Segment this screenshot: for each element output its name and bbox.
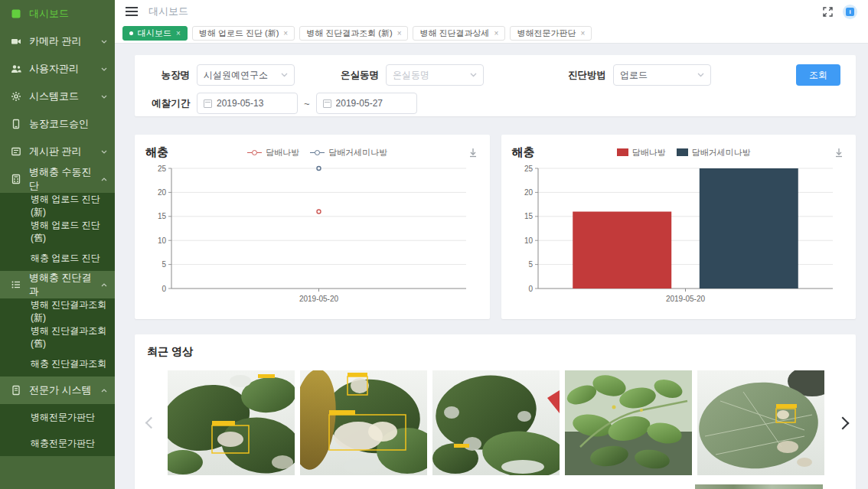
sidebar-item-dashboard[interactable]: 대시보드 — [0, 0, 115, 28]
board-icon — [11, 146, 21, 157]
sidebar-subitem-disease-results-new[interactable]: 병해 진단결과조회 (新) — [0, 298, 115, 324]
svg-text:20: 20 — [158, 188, 167, 197]
active-dot-icon — [129, 31, 133, 35]
tab-diagnosis-detail[interactable]: 병해 진단결과상세 × — [413, 26, 505, 41]
sidebar-item-manual-diagnosis[interactable]: 병해충 수동진단 — [0, 165, 115, 193]
recent-image-5[interactable] — [697, 370, 824, 475]
image-carousel — [147, 370, 844, 475]
method-select[interactable]: 업로드 — [613, 64, 711, 86]
line-marker-icon — [310, 149, 325, 156]
chevron-down-icon — [470, 73, 477, 77]
chart-legend: 담배나방 담배거세미나방 — [168, 147, 467, 158]
menu-toggle-icon[interactable] — [126, 7, 138, 16]
tab-disease-expert[interactable]: 병해전문가판단 × — [510, 26, 592, 41]
tab-close-icon[interactable]: × — [176, 29, 181, 37]
camera-icon — [11, 36, 21, 47]
chevron-down-icon — [697, 73, 704, 77]
tab-disease-upload-new[interactable]: 병해 업로드 진단 (新) × — [192, 26, 295, 41]
file-icon — [11, 385, 21, 396]
list-icon — [11, 279, 21, 290]
period-to-input[interactable] — [336, 98, 410, 109]
calendar-icon — [204, 99, 212, 108]
svg-text:25: 25 — [158, 165, 167, 173]
range-separator: ~ — [304, 98, 310, 109]
fullscreen-icon[interactable] — [822, 6, 834, 18]
tab-bar: 대시보드 × 병해 업로드 진단 (新) × 병해 진단결과조회 (新) × 병… — [115, 23, 868, 44]
rect-marker-icon — [617, 148, 628, 156]
tab-close-icon[interactable]: × — [580, 29, 585, 37]
recent-images-panel: 최근 영상 — [135, 334, 856, 489]
sidebar-subitem-pest-upload[interactable]: 해충 업로드 진단 — [0, 245, 115, 271]
period-from-field[interactable] — [197, 93, 298, 114]
tab-dashboard[interactable]: 대시보드 × — [122, 26, 188, 41]
tab-close-icon[interactable]: × — [494, 29, 499, 37]
rect-marker-icon — [677, 148, 688, 156]
search-button[interactable]: 조회 — [796, 64, 840, 86]
svg-text:10: 10 — [524, 236, 533, 245]
method-label: 진단방법 — [566, 69, 606, 82]
legend-item: 담배나방 — [617, 147, 666, 158]
info-badge[interactable]: i — [843, 5, 857, 19]
topbar: 대시보드 i — [115, 0, 868, 23]
chevron-down-icon — [101, 67, 107, 71]
tab-close-icon[interactable]: × — [283, 29, 288, 37]
sidebar-item-users[interactable]: 사용자관리 — [0, 55, 115, 83]
info-icon: i — [846, 8, 854, 16]
chevron-left-icon — [145, 417, 158, 429]
filter-panel: 농장명 시설원예연구소 온실동명 온실동명 진단방법 업로드 조회 예찰기 — [135, 55, 856, 116]
period-to-field[interactable] — [316, 93, 417, 114]
carousel-next-button[interactable] — [838, 370, 847, 475]
sidebar-subitem-pest-expert[interactable]: 해충전문가판단 — [0, 430, 115, 456]
farm-name-select[interactable]: 시설원예연구소 — [197, 64, 295, 86]
svg-text:2019-05-20: 2019-05-20 — [299, 295, 339, 303]
period-from-input[interactable] — [217, 98, 291, 109]
sidebar-subitem-disease-results-old[interactable]: 병해 진단결과조회 (舊) — [0, 324, 115, 350]
recent-image-1[interactable] — [168, 370, 295, 475]
svg-text:5: 5 — [162, 260, 166, 269]
dashboard-icon — [11, 8, 21, 19]
download-icon[interactable] — [467, 146, 479, 158]
tab-disease-results-new[interactable]: 병해 진단결과조회 (新) × — [299, 26, 408, 41]
legend-item: 담배거세미나방 — [310, 147, 387, 158]
download-icon[interactable] — [833, 146, 845, 158]
sidebar-subitem-pest-results[interactable]: 해충 진단결과조회 — [0, 350, 115, 377]
greenhouse-select[interactable]: 온실동명 — [386, 64, 484, 86]
svg-text:5: 5 — [528, 260, 533, 269]
chart-title: 해충 — [512, 145, 535, 160]
sidebar-subitem-disease-upload-new[interactable]: 병해 업로드 진단 (新) — [0, 193, 115, 219]
pest-scatter-chart: 05101520252019-05-20 — [145, 161, 477, 310]
users-icon — [11, 64, 21, 74]
chevron-up-icon — [101, 389, 107, 393]
svg-text:25: 25 — [524, 165, 533, 173]
pest-bar-chart-card: 해충 담배나방 담배거세미나방 05101520252019-05-20 — [501, 135, 857, 319]
pest-bar-chart: 05101520252019-05-20 — [512, 161, 844, 310]
svg-text:0: 0 — [162, 285, 166, 293]
svg-text:10: 10 — [158, 236, 167, 245]
sidebar-item-camera[interactable]: 카메라 관리 — [0, 28, 115, 55]
recent-image-2[interactable] — [300, 370, 427, 475]
chevron-right-icon — [837, 416, 850, 429]
line-marker-icon — [247, 149, 262, 156]
sidebar-subitem-disease-expert[interactable]: 병해전문가판단 — [0, 404, 115, 430]
tab-close-icon[interactable]: × — [397, 29, 402, 37]
svg-text:2019-05-20: 2019-05-20 — [665, 295, 705, 303]
farm-name-label: 농장명 — [150, 69, 190, 82]
chevron-down-icon — [101, 95, 107, 99]
sidebar-item-system-code[interactable]: 시스템코드 — [0, 83, 115, 110]
greenhouse-label: 온실동명 — [339, 69, 379, 82]
sidebar-item-board-management[interactable]: 게시판 관리 — [0, 138, 115, 165]
chart-title: 해충 — [145, 145, 168, 160]
sidebar-item-expert-system[interactable]: 전문가 시스템 — [0, 377, 115, 404]
carousel-prev-button[interactable] — [147, 370, 155, 475]
chevron-down-icon — [281, 73, 288, 77]
period-label: 예찰기간 — [150, 97, 190, 110]
sidebar-item-diagnosis-results[interactable]: 병해충 진단결과 — [0, 271, 115, 298]
recent-image-4[interactable] — [565, 370, 692, 475]
recent-image-3[interactable] — [432, 370, 560, 475]
sidebar: 대시보드 카메라 관리 사용자관리 시스템코드 농장코드승인 게시판 관리 병해… — [0, 0, 115, 489]
sidebar-item-farm-code-approval[interactable]: 농장코드승인 — [0, 110, 115, 138]
gear-icon — [11, 91, 21, 102]
sidebar-subitem-disease-upload-old[interactable]: 병해 업로드 진단 (舊) — [0, 219, 115, 245]
submenu-diagnosis-results: 병해 진단결과조회 (新) 병해 진단결과조회 (舊) 해충 진단결과조회 — [0, 298, 115, 377]
svg-text:20: 20 — [524, 188, 533, 197]
